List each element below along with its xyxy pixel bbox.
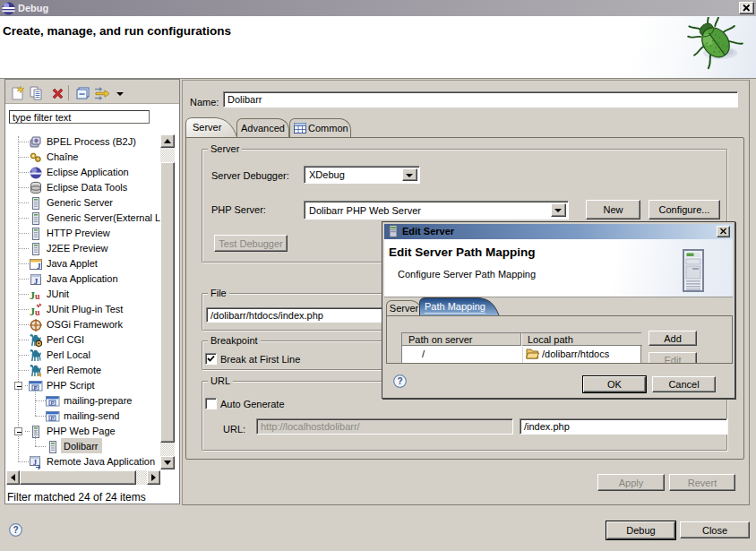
svg-text:J: J: [33, 459, 37, 467]
svg-text:?: ?: [13, 525, 18, 535]
svg-text:u: u: [35, 291, 40, 301]
svg-text:P: P: [50, 416, 54, 421]
svg-text:u: u: [35, 307, 40, 317]
svg-text:J: J: [34, 277, 39, 286]
svg-text:?: ?: [397, 376, 402, 386]
svg-text:J: J: [37, 262, 41, 271]
svg-text:P: P: [50, 400, 54, 406]
